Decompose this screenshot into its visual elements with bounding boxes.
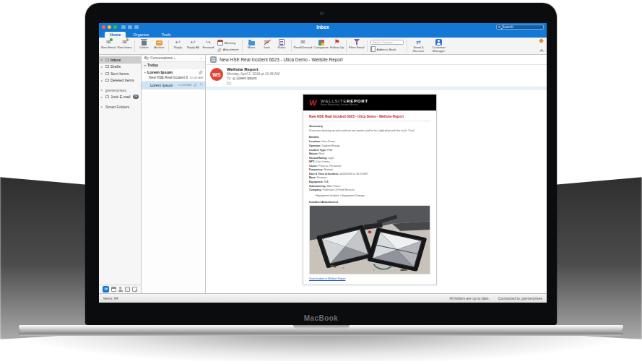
addin-icon[interactable]	[539, 38, 544, 43]
attachment-button[interactable]: Attachment	[217, 48, 239, 52]
sidebar-item-deleted-items[interactable]: ▸ Deleted Items	[99, 77, 141, 84]
detail-value: 04/02/2018 at 16:15 EST	[339, 173, 368, 176]
sidebar-item-junk[interactable]: ▸ Junk E-mail 29	[99, 94, 141, 101]
group-disclosure-icon[interactable]: ▾	[144, 64, 146, 67]
move-button[interactable]: Move	[244, 38, 259, 53]
summary-label: Summary	[309, 124, 430, 128]
sender-avatar: WS	[210, 68, 223, 81]
email-title: New HSE Real Incident 6623 - Utica Demo …	[309, 115, 430, 121]
categorize-button[interactable]: Categorize	[313, 38, 329, 53]
new-items-icon	[122, 39, 127, 46]
window-title: Inbox	[99, 25, 547, 30]
search-input[interactable]	[502, 25, 542, 29]
disclosure-triangle-icon[interactable]: ▸	[101, 105, 104, 108]
view-incident-link[interactable]: View Incident in Wellsite Report	[309, 277, 345, 280]
filter-icon	[353, 39, 360, 46]
address-book-button[interactable]: Address Book	[370, 46, 404, 52]
minimize-button[interactable]	[108, 25, 111, 29]
collapse-ribbon-chevron-icon[interactable]	[539, 49, 544, 53]
calendar-module-icon[interactable]	[111, 287, 116, 292]
search-field[interactable]	[496, 25, 544, 30]
tab-tools[interactable]: Tools	[157, 32, 176, 38]
send-receive-button[interactable]: Send & Receive	[409, 38, 429, 53]
filter-email-button[interactable]: Filter Email	[348, 38, 365, 53]
detail-label: Operator:	[309, 144, 321, 147]
disclosure-triangle-icon[interactable]: ▸	[101, 79, 104, 82]
ribbon: New Email New Items Delete Archive	[99, 38, 547, 55]
incident-photo[interactable]	[309, 205, 430, 274]
items-count: Items: 84	[103, 296, 118, 300]
sidebar-item-smart-folders[interactable]: ▸ Smart Folders	[99, 103, 141, 110]
disclosure-triangle-icon[interactable]: ▸	[101, 65, 104, 69]
categorize-icon	[318, 40, 324, 46]
disclosure-triangle-icon[interactable]: ▸	[101, 58, 104, 61]
sidebar-item-sent-items[interactable]: ▸ Sent Items	[99, 70, 141, 77]
tab-home[interactable]: Home	[105, 32, 126, 38]
disclosure-triangle-icon[interactable]: ▸	[101, 72, 104, 75]
follow-up-button[interactable]: Follow Up	[329, 38, 344, 53]
detail-label: Submitted by:	[309, 185, 326, 188]
attachment-indicator-icon	[194, 83, 197, 87]
archive-button[interactable]: Archive	[152, 38, 167, 53]
email-brand-header: WELLSITEREPORT Better Reporting | Greate…	[303, 95, 436, 110]
recipient-name[interactable]: Lorem Ipsum	[236, 77, 256, 80]
junk-button[interactable]: Junk	[259, 38, 274, 53]
read-unread-button[interactable]: Read/Unread	[293, 38, 313, 53]
ribbon-tab-row: Home Organize Tools	[99, 30, 547, 38]
sort-direction-icon[interactable]: ↑	[201, 56, 203, 61]
flag-outline-icon[interactable]: ⚑	[199, 83, 203, 87]
group-header-today[interactable]: ▾ Today	[142, 62, 205, 69]
ribbon-divider	[134, 40, 135, 52]
sidebar-item-inbox[interactable]: ▸ Inbox	[99, 56, 141, 64]
move-folder-icon	[248, 41, 255, 46]
module-switcher	[99, 285, 141, 293]
find-contact-input[interactable]	[370, 40, 404, 45]
disclosure-triangle-icon[interactable]: ▸	[101, 88, 104, 92]
close-button[interactable]	[102, 25, 105, 29]
redo-icon[interactable]	[128, 25, 132, 29]
sort-header[interactable]: By: Conversations ▾ ↑	[142, 55, 205, 62]
ribbon-divider	[346, 40, 347, 52]
delete-button[interactable]: Delete	[136, 38, 152, 53]
message-item-selected[interactable]: Lorem Ipsum 10:48 AM ⚑	[142, 82, 205, 90]
brand-tagline: Better Reporting | Greater Results	[321, 104, 368, 106]
meeting-button[interactable]: Meeting	[217, 40, 239, 46]
message-list-pane: By: Conversations ▾ ↑ ▾ Today ▾ Lorem Ip…	[142, 55, 206, 293]
rules-button[interactable]: Rules	[274, 38, 290, 53]
detail-label: Nature:	[309, 152, 318, 155]
webcam-icon	[320, 12, 324, 15]
forward-button[interactable]: Forward	[201, 38, 216, 53]
message-date: Monday, April 2, 2018 at 10:48 AM	[227, 72, 279, 76]
tab-organize[interactable]: Organize	[128, 32, 154, 38]
ribbon-divider	[367, 40, 368, 52]
customer-manager-button[interactable]: Customer Manager	[429, 38, 449, 53]
people-module-icon[interactable]	[118, 287, 123, 292]
main-content: ▸ Inbox ▸ Drafts ▸ Sent Items	[99, 55, 547, 293]
disclosure-triangle-icon[interactable]: ▸	[101, 95, 104, 99]
detail-value: HSE	[327, 149, 332, 152]
detail-label: NPT:	[309, 160, 315, 163]
quick-actions-icon[interactable]	[134, 25, 139, 29]
conversation-item[interactable]: ▾ Lorem Ipsum New HSE Real Incident 6623…	[142, 69, 205, 82]
mail-module-icon[interactable]	[103, 286, 109, 292]
message-subject: New HSE Real Incident 6623 - Utica Demo …	[220, 57, 343, 62]
sidebar-item-account[interactable]: ▸ jpenterprises	[99, 87, 141, 94]
detail-label: Frequency:	[309, 168, 323, 171]
undo-icon[interactable]	[121, 25, 126, 29]
meeting-attachment-stack: Meeting Attachment	[216, 38, 240, 53]
paperclip-icon	[217, 48, 222, 52]
conversation-disclosure-icon[interactable]: ▾	[144, 71, 146, 74]
sidebar-item-drafts[interactable]: ▸ Drafts	[99, 64, 141, 71]
notes-module-icon[interactable]	[132, 287, 137, 292]
window-titlebar: Inbox	[99, 23, 547, 30]
cc-label: Cc:	[227, 82, 279, 85]
detail-label: Hazard Rating:	[309, 157, 327, 160]
macbook-base-edge	[19, 333, 623, 336]
reading-pane: New HSE Real Incident 6623 - Utica Demo …	[206, 55, 547, 293]
reply-all-button[interactable]: Reply All	[186, 38, 201, 53]
tasks-module-icon[interactable]	[125, 287, 130, 292]
new-items-button[interactable]: New Items	[117, 38, 133, 53]
reply-button[interactable]: Reply	[170, 38, 186, 53]
new-email-button[interactable]: New Email	[100, 38, 117, 53]
zoom-button[interactable]	[113, 25, 117, 29]
